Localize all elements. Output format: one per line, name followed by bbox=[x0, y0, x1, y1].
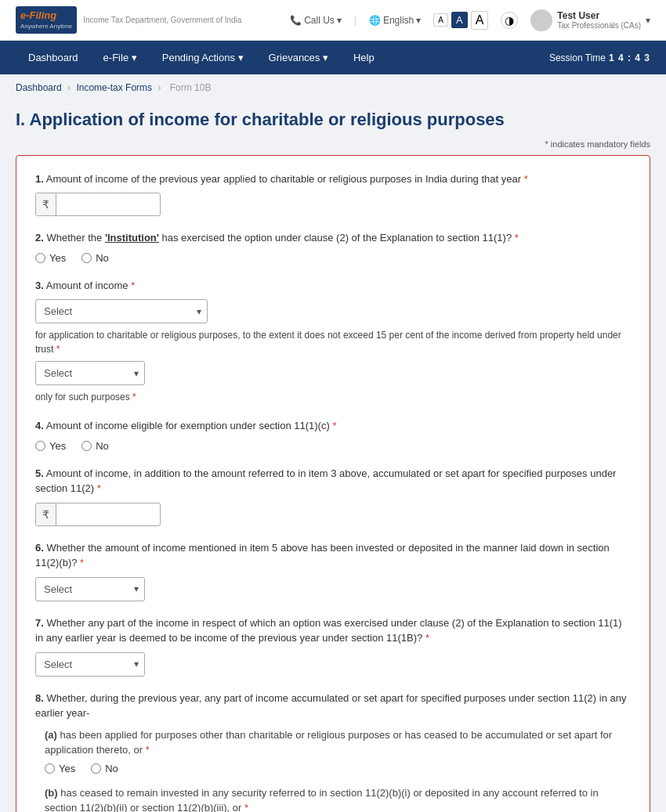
item7-select[interactable]: Select bbox=[35, 652, 145, 677]
item3-sub-select-wrapper: Select ▾ bbox=[35, 361, 145, 385]
form-item-2: 2. Whether the 'Institution' has exercis… bbox=[35, 230, 631, 264]
avatar bbox=[530, 9, 552, 31]
item8a-yes-radio[interactable] bbox=[45, 763, 55, 774]
item3-sub-label: for application to charitable or religio… bbox=[35, 328, 631, 356]
form-card: 1. Amount of income of the previous year… bbox=[16, 155, 650, 812]
item4-yes-radio[interactable] bbox=[35, 441, 45, 451]
item8b-label: (b) has ceased to remain invested in any… bbox=[45, 785, 631, 812]
form-item-8a: (a) has been applied for purposes other … bbox=[45, 727, 631, 774]
session-timer: 1 4 : 4 3 bbox=[609, 52, 650, 63]
logo-area: e-Filing Anywhere Anytime Income Tax Dep… bbox=[16, 6, 241, 34]
item1-amount-field[interactable] bbox=[56, 194, 143, 215]
item2-label: 2. Whether the 'Institution' has exercis… bbox=[35, 230, 631, 246]
nav-help[interactable]: Help bbox=[341, 41, 387, 74]
breadcrumb: Dashboard › Income-tax Forms › Form 10B bbox=[0, 74, 666, 101]
item2-no-radio[interactable] bbox=[81, 253, 92, 263]
item5-amount-field[interactable] bbox=[56, 503, 143, 525]
nav-efile[interactable]: e-File ▾ bbox=[91, 41, 150, 74]
header-right: 📞 Call Us ▾ | 🌐 English ▾ A A A ◑ Test U… bbox=[290, 9, 650, 31]
breadcrumb-sep2: › bbox=[157, 82, 163, 93]
item5-label: 5. Amount of income, in addition to the … bbox=[35, 466, 631, 496]
nav-grievances[interactable]: Grievances ▾ bbox=[256, 41, 341, 74]
breadcrumb-current: Form 10B bbox=[170, 82, 212, 93]
item3-label: 3. Amount of income * bbox=[35, 278, 631, 294]
item3-sub-select[interactable]: Select bbox=[35, 361, 145, 385]
phone-icon: 📞 bbox=[290, 15, 302, 26]
item5-amount-input[interactable]: ₹ bbox=[35, 503, 161, 526]
font-medium-btn[interactable]: A bbox=[451, 12, 468, 28]
contrast-toggle[interactable]: ◑ bbox=[501, 12, 518, 29]
top-header: e-Filing Anywhere Anytime Income Tax Dep… bbox=[0, 0, 666, 41]
form-item-4: 4. Amount of income eligible for exempti… bbox=[35, 418, 631, 452]
rupee-symbol-1: ₹ bbox=[36, 193, 56, 215]
logo-tagline: Anywhere Anytime bbox=[20, 23, 72, 31]
item8a-yes[interactable]: Yes bbox=[45, 763, 75, 774]
user-name: Test User bbox=[557, 10, 641, 21]
page-title: I. Application of income for charitable … bbox=[16, 109, 650, 132]
item4-no-radio[interactable] bbox=[81, 441, 92, 451]
item7-label: 7. Whether any part of the income in res… bbox=[35, 615, 631, 646]
font-small-btn[interactable]: A bbox=[433, 13, 448, 27]
item1-amount-input[interactable]: ₹ bbox=[35, 193, 161, 216]
user-dropdown-icon[interactable]: ▾ bbox=[646, 15, 650, 26]
nav-pending[interactable]: Pending Actions ▾ bbox=[150, 41, 256, 74]
nav-dashboard[interactable]: Dashboard bbox=[16, 41, 91, 74]
item2-yes-radio[interactable] bbox=[35, 253, 45, 263]
form-item-7: 7. Whether any part of the income in res… bbox=[35, 615, 631, 677]
form-item-6: 6. Whether the amount of income mentione… bbox=[35, 540, 631, 601]
item6-select[interactable]: Select bbox=[35, 577, 145, 601]
item3-select-wrapper: Select ▾ bbox=[35, 299, 208, 323]
user-role: Tax Professionals (CAs) bbox=[557, 21, 641, 30]
breadcrumb-sep1: › bbox=[67, 82, 73, 93]
form-item-1: 1. Amount of income of the previous year… bbox=[35, 171, 631, 217]
form-item-5: 5. Amount of income, in addition to the … bbox=[35, 466, 631, 526]
call-us-link[interactable]: 📞 Call Us ▾ bbox=[290, 15, 342, 26]
logo-dept-text: Income Tax Department, Government of Ind… bbox=[83, 15, 241, 26]
item4-label: 4. Amount of income eligible for exempti… bbox=[35, 418, 631, 434]
item8a-label: (a) has been applied for purposes other … bbox=[45, 727, 631, 758]
rupee-symbol-5: ₹ bbox=[36, 503, 56, 525]
logo-badge: e-Filing Anywhere Anytime bbox=[16, 6, 77, 34]
session-info: Session Time 1 4 : 4 3 bbox=[549, 52, 650, 63]
item8-label: 8. Whether, during the previous year, an… bbox=[35, 691, 631, 721]
item8a-no-radio[interactable] bbox=[91, 763, 101, 774]
font-large-btn[interactable]: A bbox=[471, 11, 489, 30]
item8a-no[interactable]: No bbox=[91, 763, 118, 774]
item3-select[interactable]: Select bbox=[35, 299, 208, 323]
mandatory-note: * indicates mandatory fields bbox=[16, 139, 650, 149]
item7-select-wrapper: Select ▾ bbox=[35, 652, 145, 677]
item1-label: 1. Amount of income of the previous year… bbox=[35, 171, 631, 187]
item2-yes[interactable]: Yes bbox=[35, 252, 66, 264]
form-item-3: 3. Amount of income * Select ▾ for appli… bbox=[35, 278, 631, 405]
breadcrumb-forms[interactable]: Income-tax Forms bbox=[76, 82, 152, 93]
nav-bar: Dashboard e-File ▾ Pending Actions ▾ Gri… bbox=[0, 41, 666, 74]
item6-label: 6. Whether the amount of income mentione… bbox=[35, 540, 631, 571]
nav-links: Dashboard e-File ▾ Pending Actions ▾ Gri… bbox=[16, 41, 387, 74]
form-item-8: 8. Whether, during the previous year, an… bbox=[35, 691, 631, 812]
user-details: Test User Tax Professionals (CAs) bbox=[557, 10, 641, 30]
form-item-8b: (b) has ceased to remain invested in any… bbox=[45, 785, 631, 812]
font-controls: A A A bbox=[433, 11, 488, 30]
user-info: Test User Tax Professionals (CAs) ▾ bbox=[530, 9, 650, 31]
item2-no[interactable]: No bbox=[81, 252, 109, 264]
item3-sub-sub-label: only for such purposes * bbox=[35, 390, 631, 404]
main-content: I. Application of income for charitable … bbox=[0, 101, 666, 812]
item8a-radio-group: Yes No bbox=[45, 763, 631, 774]
globe-icon: 🌐 bbox=[369, 15, 381, 26]
item2-radio-group: Yes No bbox=[35, 252, 631, 264]
item4-yes[interactable]: Yes bbox=[35, 440, 66, 452]
breadcrumb-dashboard[interactable]: Dashboard bbox=[16, 82, 62, 93]
item4-radio-group: Yes No bbox=[35, 440, 631, 452]
language-selector[interactable]: 🌐 English ▾ bbox=[369, 15, 421, 26]
item4-no[interactable]: No bbox=[81, 440, 109, 452]
item6-select-wrapper: Select ▾ bbox=[35, 577, 145, 601]
